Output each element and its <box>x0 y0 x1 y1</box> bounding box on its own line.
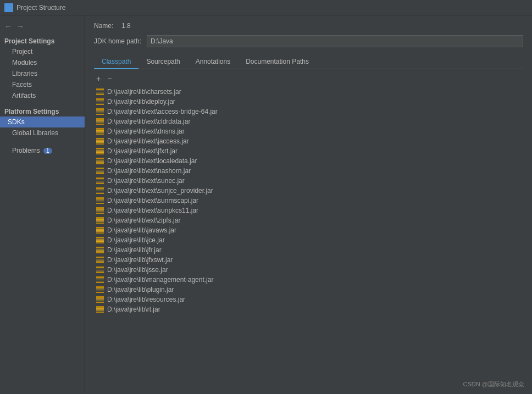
list-item[interactable]: D:\java\jre\lib\rt.jar <box>94 304 523 314</box>
name-row: Name: 1.8 <box>94 22 523 30</box>
list-item[interactable]: D:\java\jre\lib\charsets.jar <box>94 87 523 97</box>
sidebar-item-global-libraries[interactable]: Global Libraries <box>0 127 85 138</box>
svg-rect-57 <box>96 192 104 192</box>
sidebar-item-project[interactable]: Project <box>0 46 85 57</box>
svg-rect-75 <box>96 229 104 230</box>
list-item[interactable]: D:\java\jre\lib\ext\jfxrt.jar <box>94 146 523 156</box>
svg-rect-70 <box>96 219 104 220</box>
svg-rect-102 <box>96 281 104 281</box>
list-item[interactable]: D:\java\jre\lib\plugin.jar <box>94 285 523 295</box>
jar-icon <box>96 167 104 175</box>
tab-sourcepath[interactable]: Sourcepath <box>138 55 187 69</box>
svg-rect-104 <box>96 286 104 288</box>
svg-rect-42 <box>96 162 104 163</box>
list-item[interactable]: D:\java\jre\lib\ext\sunec.jar <box>94 176 523 186</box>
svg-rect-59 <box>96 197 104 199</box>
list-item[interactable]: D:\java\jre\lib\ext\access-bridge-64.jar <box>94 107 523 116</box>
list-item[interactable]: D:\java\jre\lib\jfr.jar <box>94 245 523 255</box>
file-path: D:\java\jre\lib\ext\sunmscapi.jar <box>107 197 198 204</box>
svg-rect-115 <box>96 308 104 309</box>
list-item[interactable]: D:\java\jre\lib\ext\sunmscapi.jar <box>94 196 523 206</box>
svg-rect-4 <box>96 88 104 90</box>
list-item[interactable]: D:\java\jre\lib\resources.jar <box>94 295 523 304</box>
list-item[interactable]: D:\java\jre\lib\ext\jaccess.jar <box>94 136 523 146</box>
svg-rect-3 <box>9 8 12 11</box>
file-path: D:\java\jre\lib\ext\sunpkcs11.jar <box>107 207 198 214</box>
list-item[interactable]: D:\java\jre\lib\ext\nashorn.jar <box>94 166 523 176</box>
jdk-path-input[interactable] <box>147 35 523 47</box>
svg-rect-26 <box>96 131 104 132</box>
app-icon <box>4 3 13 12</box>
jar-icon <box>96 286 104 293</box>
svg-rect-40 <box>96 160 104 160</box>
list-item[interactable]: D:\java\jre\lib\ext\cldrdata.jar <box>94 116 523 126</box>
back-arrow[interactable]: ← <box>4 22 12 31</box>
jar-icon <box>96 256 104 264</box>
file-list[interactable]: D:\java\jre\lib\charsets.jar D:\java\jre… <box>94 87 523 387</box>
svg-rect-5 <box>96 91 104 91</box>
list-item[interactable]: D:\java\jre\lib\jfxswt.jar <box>94 255 523 265</box>
file-path: D:\java\jre\lib\ext\sunjce_provider.jar <box>107 187 213 195</box>
svg-rect-53 <box>96 183 104 184</box>
platform-settings-section: Platform Settings SDKs Global Libraries <box>0 106 85 138</box>
svg-rect-64 <box>96 207 104 209</box>
tab-annotations[interactable]: Annotations <box>188 55 238 69</box>
tab-documentation-paths[interactable]: Documentation Paths <box>238 55 317 69</box>
svg-rect-44 <box>96 168 104 169</box>
svg-rect-90 <box>96 259 104 259</box>
svg-rect-83 <box>96 242 104 243</box>
jdk-row: JDK home path: <box>94 35 523 47</box>
svg-rect-76 <box>96 230 104 231</box>
list-item[interactable]: D:\java\jre\lib\ext\localedata.jar <box>94 156 523 166</box>
remove-button[interactable]: − <box>105 74 114 84</box>
tabs-bar: Classpath Sourcepath Annotations Documen… <box>94 55 523 69</box>
svg-rect-81 <box>96 240 104 241</box>
sidebar-item-artifacts[interactable]: Artifacts <box>0 90 85 101</box>
svg-rect-60 <box>96 199 104 200</box>
forward-arrow[interactable]: → <box>16 22 24 31</box>
jar-icon <box>96 137 104 145</box>
jar-icon <box>96 306 104 313</box>
tab-classpath[interactable]: Classpath <box>94 55 138 69</box>
jar-icon <box>96 197 104 204</box>
list-item[interactable]: D:\java\jre\lib\ext\sunpkcs11.jar <box>94 206 523 215</box>
jar-icon <box>96 207 104 214</box>
jdk-label: JDK home path: <box>94 37 141 45</box>
jar-icon <box>96 276 104 284</box>
svg-rect-46 <box>96 171 104 171</box>
svg-rect-78 <box>96 232 104 234</box>
svg-rect-14 <box>96 108 104 110</box>
sidebar-item-sdks[interactable]: SDKs <box>0 116 85 127</box>
list-item[interactable]: D:\java\jre\lib\deploy.jar <box>94 97 523 107</box>
file-path: D:\java\jre\lib\charsets.jar <box>107 88 181 96</box>
add-button[interactable]: + <box>94 74 103 84</box>
sidebar-item-facets[interactable]: Facets <box>0 79 85 90</box>
file-path: D:\java\jre\lib\ext\cldrdata.jar <box>107 118 190 125</box>
sidebar-item-problems[interactable]: Problems 1 <box>0 145 85 156</box>
svg-rect-91 <box>96 260 104 260</box>
sidebar-item-modules[interactable]: Modules <box>0 57 85 68</box>
svg-rect-72 <box>96 221 104 222</box>
list-item[interactable]: D:\java\jre\lib\management-agent.jar <box>94 275 523 285</box>
svg-rect-17 <box>96 113 104 113</box>
file-path: D:\java\jre\lib\jsse.jar <box>107 266 168 274</box>
svg-rect-8 <box>96 94 104 95</box>
title-bar: Project Structure <box>0 0 532 15</box>
svg-rect-49 <box>96 177 104 179</box>
list-item[interactable]: D:\java\jre\lib\jce.jar <box>94 235 523 245</box>
list-item[interactable]: D:\java\jre\lib\ext\sunjce_provider.jar <box>94 186 523 196</box>
list-item[interactable]: D:\java\jre\lib\ext\dnsns.jar <box>94 126 523 136</box>
jar-icon <box>96 266 104 274</box>
svg-rect-39 <box>96 158 104 159</box>
jar-icon <box>96 296 104 303</box>
svg-rect-56 <box>96 191 104 191</box>
svg-rect-21 <box>96 121 104 122</box>
svg-rect-20 <box>96 120 104 121</box>
svg-rect-25 <box>96 130 104 131</box>
svg-rect-108 <box>96 292 104 293</box>
list-item[interactable]: D:\java\jre\lib\jsse.jar <box>94 265 523 275</box>
svg-rect-22 <box>96 123 104 123</box>
sidebar-item-libraries[interactable]: Libraries <box>0 68 85 79</box>
list-item[interactable]: D:\java\jre\lib\ext\zipfs.jar <box>94 215 523 225</box>
list-item[interactable]: D:\java\jre\lib\javaws.jar <box>94 225 523 235</box>
